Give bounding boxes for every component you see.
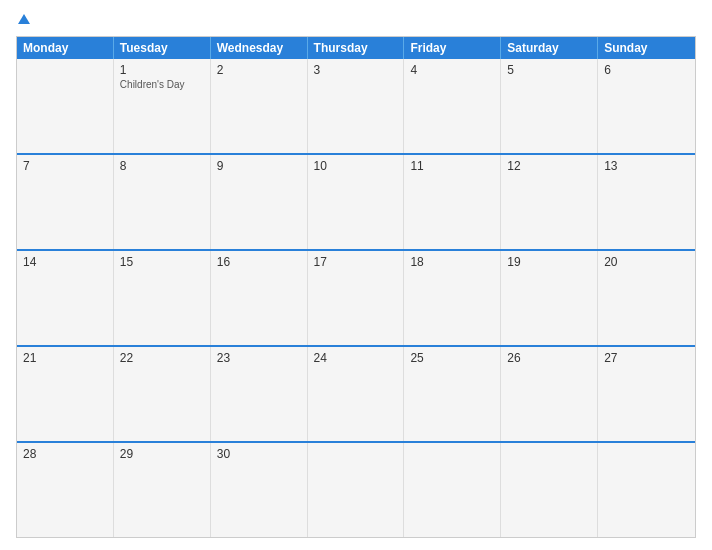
day-cell — [17, 59, 114, 153]
event-label: Children's Day — [120, 79, 204, 90]
day-cell: 18 — [404, 251, 501, 345]
week-row-3: 14151617181920 — [17, 249, 695, 345]
day-number: 30 — [217, 447, 301, 461]
day-number: 18 — [410, 255, 494, 269]
day-cell: 14 — [17, 251, 114, 345]
calendar-header-row: MondayTuesdayWednesdayThursdayFridaySatu… — [17, 37, 695, 59]
day-cell: 17 — [308, 251, 405, 345]
day-cell: 3 — [308, 59, 405, 153]
week-row-1: 1Children's Day23456 — [17, 59, 695, 153]
day-cell: 13 — [598, 155, 695, 249]
day-header-sunday: Sunday — [598, 37, 695, 59]
day-number: 9 — [217, 159, 301, 173]
day-cell: 15 — [114, 251, 211, 345]
day-number: 1 — [120, 63, 204, 77]
day-number: 4 — [410, 63, 494, 77]
day-number: 3 — [314, 63, 398, 77]
day-cell — [404, 443, 501, 537]
day-header-friday: Friday — [404, 37, 501, 59]
day-cell: 27 — [598, 347, 695, 441]
day-number: 15 — [120, 255, 204, 269]
calendar: MondayTuesdayWednesdayThursdayFridaySatu… — [16, 36, 696, 538]
day-number: 22 — [120, 351, 204, 365]
logo — [16, 12, 30, 28]
day-cell: 24 — [308, 347, 405, 441]
day-cell: 1Children's Day — [114, 59, 211, 153]
day-cell: 30 — [211, 443, 308, 537]
day-cell: 6 — [598, 59, 695, 153]
day-cell: 11 — [404, 155, 501, 249]
day-number: 6 — [604, 63, 689, 77]
day-cell: 9 — [211, 155, 308, 249]
day-number: 23 — [217, 351, 301, 365]
day-cell: 22 — [114, 347, 211, 441]
day-number: 11 — [410, 159, 494, 173]
day-number: 12 — [507, 159, 591, 173]
day-cell: 29 — [114, 443, 211, 537]
day-cell: 2 — [211, 59, 308, 153]
day-number: 8 — [120, 159, 204, 173]
day-cell: 5 — [501, 59, 598, 153]
day-cell: 23 — [211, 347, 308, 441]
day-cell: 12 — [501, 155, 598, 249]
day-number: 19 — [507, 255, 591, 269]
day-cell — [598, 443, 695, 537]
day-header-thursday: Thursday — [308, 37, 405, 59]
week-row-4: 21222324252627 — [17, 345, 695, 441]
day-number: 16 — [217, 255, 301, 269]
day-number: 26 — [507, 351, 591, 365]
day-header-monday: Monday — [17, 37, 114, 59]
day-number: 28 — [23, 447, 107, 461]
day-number: 14 — [23, 255, 107, 269]
day-cell: 25 — [404, 347, 501, 441]
logo-triangle-icon — [18, 14, 30, 24]
day-number: 21 — [23, 351, 107, 365]
day-number: 29 — [120, 447, 204, 461]
day-cell: 26 — [501, 347, 598, 441]
day-number: 25 — [410, 351, 494, 365]
calendar-body: 1Children's Day2345678910111213141516171… — [17, 59, 695, 537]
day-header-saturday: Saturday — [501, 37, 598, 59]
day-cell: 7 — [17, 155, 114, 249]
day-number: 5 — [507, 63, 591, 77]
day-cell: 28 — [17, 443, 114, 537]
day-number: 13 — [604, 159, 689, 173]
day-cell: 19 — [501, 251, 598, 345]
day-number: 2 — [217, 63, 301, 77]
day-cell — [501, 443, 598, 537]
logo-top-line — [16, 12, 30, 28]
day-header-wednesday: Wednesday — [211, 37, 308, 59]
day-number: 17 — [314, 255, 398, 269]
day-cell: 16 — [211, 251, 308, 345]
day-cell — [308, 443, 405, 537]
week-row-5: 282930 — [17, 441, 695, 537]
day-cell: 4 — [404, 59, 501, 153]
day-number: 20 — [604, 255, 689, 269]
day-header-tuesday: Tuesday — [114, 37, 211, 59]
day-cell: 21 — [17, 347, 114, 441]
day-cell: 8 — [114, 155, 211, 249]
page: MondayTuesdayWednesdayThursdayFridaySatu… — [0, 0, 712, 550]
day-number: 27 — [604, 351, 689, 365]
day-number: 7 — [23, 159, 107, 173]
day-cell: 20 — [598, 251, 695, 345]
day-number: 10 — [314, 159, 398, 173]
week-row-2: 78910111213 — [17, 153, 695, 249]
day-number: 24 — [314, 351, 398, 365]
day-cell: 10 — [308, 155, 405, 249]
header — [16, 12, 696, 28]
